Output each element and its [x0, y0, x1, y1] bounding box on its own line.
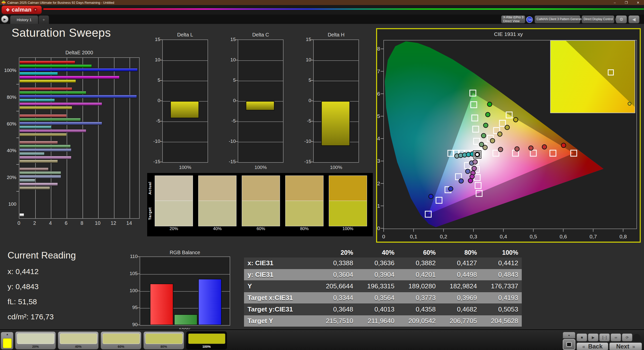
table-cell: 0,4193: [479, 294, 521, 302]
y-category-label: 80%: [1, 95, 16, 100]
y-tick-label: 5: [301, 77, 311, 83]
y-category-label: 100%: [1, 68, 16, 73]
next-button[interactable]: Next »: [609, 342, 642, 350]
read-series-button[interactable]: [··]: [599, 333, 610, 341]
measured-marker-blue: [449, 187, 453, 191]
swatch-column: [155, 176, 193, 226]
table-row-label: Y: [244, 282, 314, 290]
deltae-bar: [19, 175, 61, 178]
table-row-label: x: CIE31: [244, 259, 314, 267]
svg-text:0,2: 0,2: [440, 234, 447, 239]
deltaH-bar: [321, 101, 350, 146]
table-row: Target y:CIE310,36480,40130,43580,46820,…: [244, 304, 522, 315]
play-button[interactable]: ▶: [588, 333, 598, 341]
patch-label: 80%: [144, 345, 184, 348]
patch-button-60[interactable]: 60%: [101, 331, 141, 349]
up-arrow-icon[interactable]: ▲: [3, 333, 11, 337]
table-header-row: 20%40%60%80%100%: [244, 248, 522, 257]
table-cell: 0,3969: [438, 294, 479, 302]
actual-row-label: Actual: [148, 176, 154, 201]
minimize-icon[interactable]: –: [614, 1, 616, 5]
deltae-bar: [19, 148, 71, 152]
refresh-button[interactable]: ⟳: [622, 333, 632, 341]
continuous-read-button[interactable]: ∞: [611, 333, 621, 341]
table-cell: 0,4358: [397, 305, 438, 313]
bottom-toolbar: ▲ 20%40%60%80%100% ▲ ■ ▶ [··] ∞ ⟳ « Back…: [0, 329, 644, 350]
target-row-label: Target: [148, 201, 154, 226]
axis-tick: [236, 121, 238, 121]
rgb-bar-green: [174, 314, 197, 325]
table-cell: 0,3388: [314, 259, 356, 267]
patch-swatch: [60, 333, 97, 344]
back-button[interactable]: « Back: [577, 342, 608, 350]
add-tab-button[interactable]: +: [38, 15, 49, 24]
deltae-bar: [19, 213, 24, 216]
current-reading-title: Current Reading: [8, 250, 76, 261]
collapse-panel-button[interactable]: ◀: [628, 15, 639, 23]
back-chevron-icon: «: [582, 344, 585, 349]
pattern-generator-dropdown[interactable]: CalMAN Client 3 Pattern Generator ▼: [535, 15, 580, 23]
patch-button-80[interactable]: 80%: [143, 331, 184, 349]
y-tick-label: 0: [226, 98, 236, 103]
meter-dropdown[interactable]: X-Rite i1Pro 3Direct View ▼: [501, 15, 525, 23]
patch-button-40[interactable]: 40%: [58, 331, 99, 349]
settings-button[interactable]: ⚙: [616, 15, 627, 23]
display-control-dropdown[interactable]: Direct Display Control ▼: [582, 15, 614, 23]
patch-swatch: [103, 333, 140, 344]
deltae-bar: [19, 118, 81, 121]
axis-tick: [236, 141, 238, 142]
deltae-bar: [19, 91, 86, 94]
deltaL-plot-area: [162, 39, 208, 163]
cie-inset-measured-marker: [628, 102, 631, 106]
svg-text:0,3: 0,3: [470, 234, 477, 239]
gridline: [238, 121, 283, 122]
reading-fl: fL: 51,58: [8, 297, 76, 306]
gridline: [163, 81, 208, 81]
deltae-bar: [19, 114, 67, 117]
close-icon[interactable]: ✕: [637, 1, 639, 5]
svg-text:0,3: 0,3: [377, 158, 380, 164]
cie-zoom-inset: [550, 40, 635, 113]
y-tick-label: 15: [226, 37, 236, 42]
table-cell: 0,3882: [397, 259, 438, 267]
axis-tick: [311, 101, 313, 101]
table-row-label: Target y:CIE31: [244, 305, 314, 313]
table-cell: 0,3773: [397, 294, 438, 302]
y-tick-label: -5: [301, 118, 311, 124]
measured-marker-red: [561, 143, 566, 148]
meter-count-badge[interactable]: 716: [526, 16, 533, 23]
measured-marker-yellow: [490, 139, 495, 143]
pattern-label: CalMAN Client 3 Pattern Generator: [537, 18, 584, 21]
history-play-button[interactable]: ▶: [1, 15, 9, 23]
x-tick-label: 2: [30, 220, 40, 226]
meter-label: X-Rite i1Pro 3Direct View: [503, 16, 524, 23]
y-tick-label: 15: [150, 37, 160, 42]
deltae-bar: [19, 64, 92, 68]
table-cell: 0,3604: [314, 271, 356, 279]
stop-button[interactable]: ■: [577, 333, 587, 341]
table-cell: 0,3564: [356, 294, 397, 302]
tab-history-1[interactable]: History 1: [10, 15, 38, 24]
axis-tick: [16, 191, 19, 192]
table-column-header: 80%: [438, 249, 479, 256]
table-row-label: Target x:CIE31: [244, 294, 314, 302]
calman-menu-button[interactable]: ❖ calman ▼: [2, 6, 42, 14]
y-tick-label: 5: [150, 77, 160, 83]
restore-icon[interactable]: ❐: [625, 1, 628, 5]
table-cell: 204,5628: [479, 317, 521, 325]
swatch-label: 60%: [242, 226, 280, 231]
y-tick-label: -15: [301, 159, 311, 164]
stop-measure-button[interactable]: [563, 339, 575, 350]
tab-label: History 1: [17, 18, 31, 22]
patch-button-100[interactable]: 100%: [186, 331, 227, 349]
target-swatch: [242, 201, 280, 226]
y-tick-label: 100: [128, 288, 138, 293]
svg-text:0,8: 0,8: [619, 234, 627, 239]
axis-tick: [236, 162, 238, 162]
patch-button-20[interactable]: 20%: [15, 331, 56, 349]
patch-swatch: [188, 333, 225, 344]
expand-controls-button[interactable]: ▲: [563, 332, 575, 338]
y-tick-label: 10: [226, 57, 236, 63]
table-cell: 0,3648: [314, 305, 356, 313]
current-reading-block: Current Reading x: 0,4412 y: 0,4843 fL: …: [8, 250, 76, 321]
